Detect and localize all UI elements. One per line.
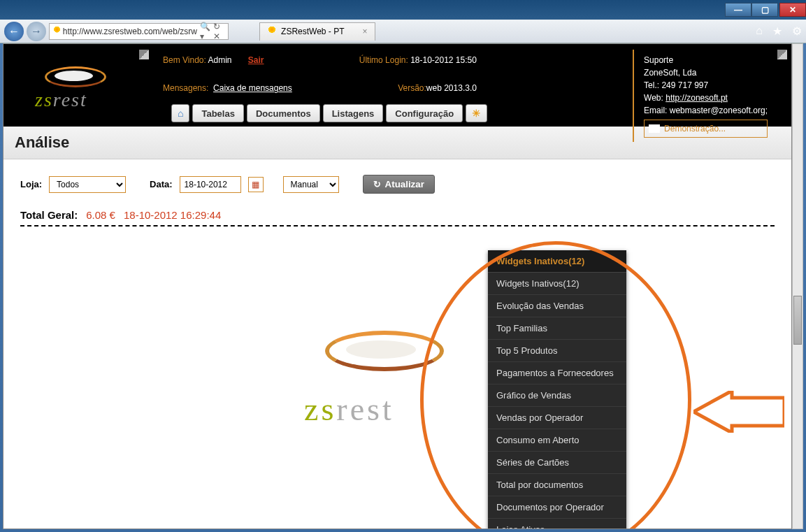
support-tel-label: Tel.: — [644, 80, 659, 90]
support-web-label: Web: — [644, 93, 663, 103]
window-title-bar: — ▢ ✕ — [0, 0, 806, 20]
scroll-thumb[interactable] — [793, 296, 802, 345]
logout-link[interactable]: Sair — [248, 55, 264, 65]
chevron-up-icon: ⌃ — [610, 256, 618, 266]
browser-toolbar-icons: ⌂ ★ ⚙ — [756, 24, 802, 38]
support-tel: 249 717 997 — [661, 80, 708, 90]
version-value: web 2013.3.0 — [426, 83, 477, 93]
logo[interactable]: zsrest — [3, 44, 150, 127]
welcome-label: Bem Vindo: — [163, 55, 206, 65]
vertical-scrollbar[interactable] — [792, 43, 803, 529]
calendar-icon[interactable]: ▦ — [248, 177, 264, 192]
page-viewport: zsrest Bem Vindo: Admin Sair Mensagens: … — [3, 43, 792, 529]
support-email-label: Email: — [644, 106, 667, 115]
widget-item[interactable]: Total por documentos — [488, 474, 626, 496]
widget-item[interactable]: Pagamentos a Fornecedores — [488, 362, 626, 384]
browser-window: — ▢ ✕ ← → http://www.zsrestweb.com/web/z… — [0, 0, 806, 532]
annotation-arrow-icon — [693, 391, 784, 433]
demo-label: Demonstração... — [664, 122, 726, 135]
widget-item[interactable]: Gráfico de Vendas — [488, 384, 626, 407]
support-email: webmaster@zonesoft.org; — [670, 106, 768, 115]
loja-label: Loja: — [20, 179, 42, 189]
version-label: Versão: — [398, 83, 426, 93]
widgets-header-label: Widgets Inativos(12) — [496, 256, 584, 266]
site-header: zsrest Bem Vindo: Admin Sair Mensagens: … — [3, 44, 791, 127]
favicon-icon — [54, 27, 60, 36]
edit-corner-icon[interactable] — [139, 50, 149, 59]
window-maximize-button[interactable]: ▢ — [751, 3, 778, 17]
back-button[interactable]: ← — [4, 22, 24, 41]
widget-item[interactable]: Séries de Cartões — [488, 452, 626, 474]
favorites-icon[interactable]: ★ — [772, 24, 782, 38]
main-menu: Tabelas Documentos Listagens Configuraçã… — [171, 104, 487, 122]
loja-select[interactable]: Todos — [49, 176, 126, 193]
total-timestamp: 18-10-2012 16:29:44 — [124, 209, 221, 221]
support-web-link[interactable]: http://zonesoft.pt — [665, 93, 728, 103]
demo-icon — [649, 124, 660, 133]
window-close-button[interactable]: ✕ — [779, 3, 806, 17]
messages-link[interactable]: Caixa de mensagens — [213, 83, 292, 93]
browser-tab[interactable]: ZSRestWeb - PT × — [259, 22, 375, 41]
mode-select[interactable]: Manual — [283, 176, 339, 193]
widget-item[interactable]: Top Familias — [488, 317, 626, 340]
widgets-dropdown: Widgets Inativos(12) ⌃ Widgets Inativos(… — [488, 250, 626, 529]
menu-tabelas[interactable]: Tabelas — [192, 104, 243, 122]
background-logo: zsrest — [304, 331, 458, 428]
tab-title: ZSRestWeb - PT — [281, 27, 344, 36]
tab-close-icon[interactable]: × — [363, 27, 368, 36]
data-label: Data: — [150, 179, 173, 189]
forward-button[interactable]: → — [27, 22, 46, 41]
widget-item[interactable]: Top 5 Produtos — [488, 340, 626, 362]
totals-row: Total Geral: 6.08 € 18-10-2012 16:29:44 — [20, 209, 775, 227]
total-label: Total Geral: — [20, 209, 78, 221]
home-icon[interactable]: ⌂ — [756, 24, 763, 38]
widget-item[interactable]: Consumo em Aberto — [488, 429, 626, 452]
menu-listagens[interactable]: Listagens — [323, 104, 384, 122]
widget-item[interactable]: Documentos por Operador — [488, 496, 626, 519]
last-login-value: 18-10-2012 15:50 — [410, 55, 477, 65]
widget-item[interactable]: Widgets Inativos(12) — [488, 273, 626, 295]
filter-bar: Loja: Todos Data: ▦ Manual ↻ Atualizar — [3, 159, 791, 199]
total-amount: 6.08 € — [86, 209, 115, 221]
demo-selector[interactable]: Demonstração... — [644, 120, 768, 138]
tab-favicon-icon — [267, 27, 277, 36]
settings-icon[interactable]: ⚙ — [792, 24, 802, 38]
widget-item[interactable]: Evolução das Vendas — [488, 295, 626, 317]
messages-label: Mensagens: — [163, 83, 208, 93]
date-input[interactable] — [180, 176, 241, 193]
menu-configuracao[interactable]: Configuração — [386, 104, 463, 122]
window-minimize-button[interactable]: — — [725, 3, 751, 17]
menu-documentos[interactable]: Documentos — [247, 104, 320, 122]
edit-corner-icon[interactable] — [777, 50, 787, 59]
url-text: http://www.zsrestweb.com/web/zsrw — [63, 27, 197, 36]
refresh-icon: ↻ — [373, 179, 381, 189]
last-login-label: Último Login: — [359, 55, 408, 65]
widget-item[interactable]: Vendas por Operador — [488, 407, 626, 429]
support-block: Suporte ZoneSoft, Lda Tel.: 249 717 997 … — [633, 50, 777, 142]
address-bar[interactable]: http://www.zsrestweb.com/web/zsrw 🔍 ▾ ↻ … — [49, 23, 229, 40]
widget-item[interactable]: Lojas Ativas — [488, 519, 626, 529]
refresh-label: Atualizar — [385, 179, 424, 189]
welcome-user: Admin — [208, 55, 232, 65]
menu-home-button[interactable] — [171, 104, 189, 122]
support-title: Suporte — [644, 54, 768, 66]
widgets-dropdown-header[interactable]: Widgets Inativos(12) ⌃ — [488, 250, 626, 273]
browser-nav-bar: ← → http://www.zsrestweb.com/web/zsrw 🔍 … — [0, 20, 806, 43]
menu-theme-button[interactable] — [466, 104, 487, 122]
support-company: ZoneSoft, Lda — [644, 66, 768, 79]
refresh-button[interactable]: ↻ Atualizar — [363, 175, 435, 194]
